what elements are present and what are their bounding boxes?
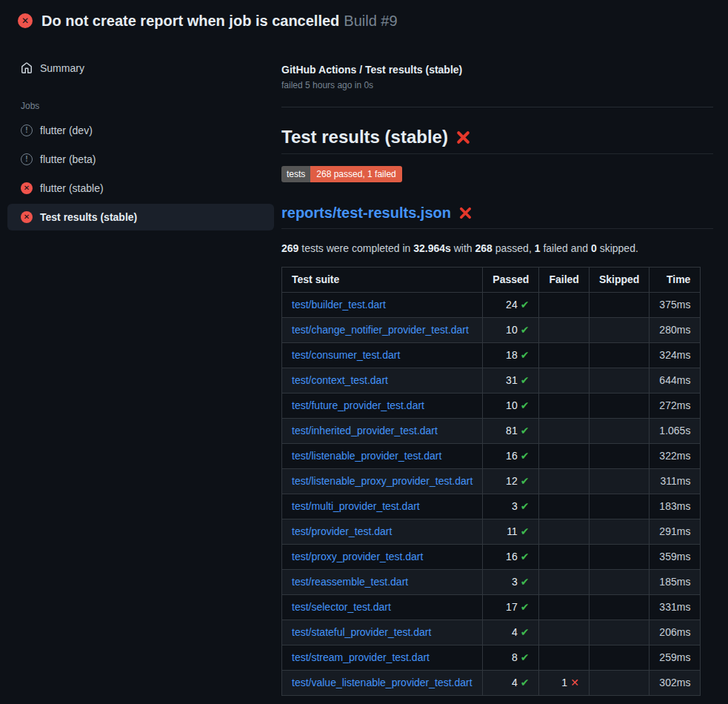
section-title: Test results (stable) — [281, 127, 713, 154]
col-header-passed: Passed — [483, 268, 539, 293]
cross-icon: ✕ — [570, 677, 579, 688]
main-content: GitHub Actions / Test results (stable) f… — [281, 41, 713, 696]
count-value: 81 — [506, 425, 518, 436]
check-icon: ✔ — [521, 551, 530, 562]
test-suite-link[interactable]: test/builder_test.dart — [292, 299, 386, 311]
time-value: 331ms — [659, 601, 690, 613]
time-value: 1.065s — [659, 425, 690, 436]
test-suite-link[interactable]: test/change_notifier_provider_test.dart — [292, 324, 469, 336]
test-suite-link[interactable]: test/stream_provider_test.dart — [292, 651, 430, 663]
time-value: 183ms — [659, 500, 690, 512]
time-value: 324ms — [659, 349, 690, 361]
check-icon: ✔ — [521, 374, 530, 386]
check-icon: ✔ — [521, 651, 530, 663]
count-value: 12 — [506, 475, 518, 487]
test-suite-link[interactable]: test/listenable_provider_test.dart — [292, 450, 441, 462]
test-suite-link[interactable]: test/stateful_provider_test.dart — [292, 626, 431, 638]
table-row: test/multi_provider_test.dart3✔183ms — [282, 494, 701, 519]
x-circle-icon: ✕ — [21, 182, 33, 194]
count-value: 11 — [507, 525, 518, 537]
test-suite-link[interactable]: test/reassemble_test.dart — [292, 576, 408, 588]
check-icon: ✔ — [521, 500, 530, 512]
test-suite-link[interactable]: test/listenable_proxy_provider_test.dart — [292, 475, 472, 487]
time-value: 280ms — [659, 324, 690, 336]
stop-circle-icon: ! — [21, 124, 33, 136]
sidebar-item-summary[interactable]: Summary — [7, 56, 274, 80]
page-title: Do not create report when job is cancell… — [41, 13, 398, 30]
time-value: 359ms — [659, 551, 690, 562]
test-suite-link[interactable]: test/context_test.dart — [292, 374, 388, 386]
job-label: Test results (stable) — [40, 211, 137, 223]
table-header-row: Test suitePassedFailedSkippedTime — [282, 268, 701, 293]
test-suite-link[interactable]: test/provider_test.dart — [292, 525, 392, 537]
check-icon: ✔ — [521, 525, 530, 537]
report-file-link[interactable]: reports/test-results.json — [281, 205, 451, 222]
badge-value: 268 passed, 1 failed — [310, 166, 401, 182]
test-suite-link[interactable]: test/multi_provider_test.dart — [292, 500, 420, 512]
table-row: test/provider_test.dart11✔291ms — [282, 519, 701, 545]
sidebar-job-item[interactable]: ✕flutter (stable) — [7, 175, 274, 202]
count-value: 16 — [506, 551, 518, 562]
total-count: 269 — [281, 242, 298, 254]
test-suite-link[interactable]: test/consumer_test.dart — [292, 349, 400, 361]
check-icon: ✔ — [521, 601, 530, 613]
table-row: test/proxy_provider_test.dart16✔359ms — [282, 545, 701, 570]
job-label: flutter (dev) — [40, 124, 93, 136]
cross-mark-icon — [458, 206, 472, 220]
passed-count: 268 — [475, 242, 492, 254]
divider — [281, 107, 713, 107]
check-icon: ✔ — [521, 576, 530, 588]
total-time: 32.964s — [413, 242, 451, 254]
sidebar-job-item[interactable]: !flutter (beta) — [7, 146, 274, 173]
table-row: test/consumer_test.dart18✔324ms — [282, 343, 701, 368]
check-icon: ✔ — [521, 677, 530, 688]
test-suite-link[interactable]: test/inherited_provider_test.dart — [292, 425, 438, 436]
count-value: 18 — [506, 349, 518, 361]
sidebar-job-item[interactable]: ✕Test results (stable) — [7, 204, 274, 230]
table-row: test/inherited_provider_test.dart81✔1.06… — [282, 419, 701, 444]
count-value: 1 — [561, 677, 567, 688]
job-label: flutter (stable) — [40, 182, 104, 194]
failed-count: 1 — [535, 242, 541, 254]
count-value: 4 — [512, 626, 518, 638]
time-value: 322ms — [659, 450, 690, 462]
count-value: 10 — [506, 399, 518, 411]
time-value: 644ms — [659, 374, 690, 386]
time-value: 259ms — [659, 651, 690, 663]
test-suite-link[interactable]: test/future_provider_test.dart — [292, 399, 424, 411]
table-row: test/builder_test.dart24✔375ms — [282, 293, 701, 318]
count-value: 3 — [512, 500, 518, 512]
check-icon: ✔ — [521, 299, 530, 311]
table-row: test/listenable_proxy_provider_test.dart… — [282, 469, 701, 494]
check-icon: ✔ — [521, 399, 530, 411]
col-header-failed: Failed — [539, 268, 589, 293]
cross-mark-icon — [455, 130, 471, 145]
test-suite-link[interactable]: test/value_listenable_provider_test.dart — [292, 677, 472, 688]
job-label: flutter (beta) — [40, 153, 96, 165]
test-suite-link[interactable]: test/proxy_provider_test.dart — [292, 551, 423, 562]
time-value: 272ms — [659, 399, 690, 411]
count-value: 24 — [506, 299, 518, 311]
time-value: 206ms — [659, 626, 690, 638]
time-value: 375ms — [659, 299, 690, 311]
jobs-section-label: Jobs — [21, 101, 281, 111]
jobs-list: !flutter (dev)!flutter (beta)✕flutter (s… — [0, 117, 281, 230]
time-value: 311ms — [660, 475, 690, 487]
table-row: test/value_listenable_provider_test.dart… — [282, 671, 701, 696]
skipped-count: 0 — [591, 242, 597, 254]
check-icon: ✔ — [521, 425, 530, 436]
count-value: 3 — [512, 576, 518, 588]
sidebar: Summary Jobs !flutter (dev)!flutter (bet… — [0, 41, 281, 233]
test-suite-link[interactable]: test/selector_test.dart — [292, 601, 391, 613]
run-status-line: failed 5 hours ago in 0s — [281, 80, 713, 90]
table-row: test/stream_provider_test.dart8✔259ms — [282, 645, 701, 671]
run-title: Do not create report when job is cancell… — [41, 13, 339, 29]
count-value: 17 — [506, 601, 518, 613]
table-row: test/context_test.dart31✔644ms — [282, 368, 701, 393]
sidebar-job-item[interactable]: !flutter (dev) — [7, 117, 274, 144]
table-row: test/stateful_provider_test.dart4✔206ms — [282, 620, 701, 645]
build-number: Build #9 — [344, 13, 397, 29]
check-icon: ✔ — [521, 324, 530, 336]
count-value: 8 — [512, 651, 518, 663]
count-value: 16 — [506, 450, 518, 462]
